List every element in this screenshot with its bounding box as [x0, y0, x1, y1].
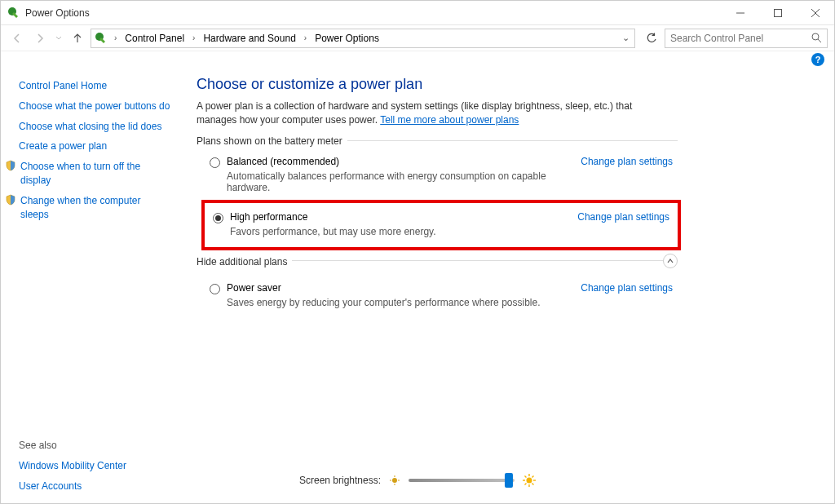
search-box[interactable]	[665, 29, 828, 48]
plan-desc: Automatically balances performance with …	[227, 170, 574, 193]
forward-button[interactable]	[30, 29, 50, 48]
change-plan-settings-link[interactable]: Change plan settings	[577, 211, 669, 223]
collapse-button[interactable]	[663, 254, 678, 268]
svg-point-6	[812, 33, 819, 40]
chevron-right-icon[interactable]: ›	[301, 33, 310, 42]
breadcrumb[interactable]: › Control Panel › Hardware and Sound › P…	[91, 29, 635, 48]
plan-name: High performance	[230, 211, 571, 223]
radio-balanced[interactable]	[210, 157, 220, 168]
shield-icon	[4, 159, 17, 172]
intro-text: A power plan is a collection of hardware…	[197, 99, 669, 127]
chevron-up-icon	[666, 257, 674, 265]
breadcrumb-root-icon[interactable]	[93, 32, 109, 45]
control-panel-home-link[interactable]: Control Panel Home	[19, 76, 170, 96]
plan-name: Power saver	[227, 282, 574, 294]
brightness-label: Screen brightness:	[299, 475, 381, 486]
see-also-header: See also	[19, 436, 170, 456]
radio-power-saver[interactable]	[210, 284, 220, 294]
sidebar-link[interactable]: Create a power plan	[19, 136, 170, 157]
window-title: Power Options	[25, 7, 90, 19]
refresh-button[interactable]	[642, 29, 661, 48]
svg-line-18	[525, 476, 527, 478]
chevron-down-icon[interactable]: ⌄	[619, 33, 633, 43]
svg-line-21	[532, 476, 534, 478]
svg-point-8	[392, 478, 397, 483]
chevron-right-icon[interactable]: ›	[111, 33, 120, 42]
app-icon	[7, 7, 20, 20]
plan-power-saver: Power saver Saves energy by reducing you…	[197, 279, 678, 315]
breadcrumb-item[interactable]: Control Panel	[121, 33, 188, 44]
help-icon[interactable]: ?	[811, 53, 824, 66]
sidebar-link[interactable]: Change when the computer sleeps	[20, 191, 170, 225]
learn-more-link[interactable]: Tell me more about power plans	[380, 114, 519, 126]
see-also-link[interactable]: User Accounts	[19, 476, 170, 497]
see-also-link[interactable]: Windows Mobility Center	[19, 456, 170, 476]
brightness-row: Screen brightness:	[299, 474, 536, 487]
search-icon[interactable]	[811, 33, 822, 43]
change-plan-settings-link[interactable]: Change plan settings	[581, 282, 673, 294]
breadcrumb-item[interactable]: Power Options	[311, 33, 382, 44]
plan-desc: Saves energy by reducing your computer's…	[227, 297, 574, 308]
plan-name: Balanced (recommended)	[227, 156, 574, 167]
group-label: Plans shown on the battery meter	[197, 135, 347, 147]
address-bar: › Control Panel › Hardware and Sound › P…	[1, 25, 834, 51]
plan-high-performance: High performance Favors performance, but…	[201, 200, 681, 250]
minimize-button[interactable]	[722, 1, 759, 25]
sidebar-link[interactable]: Choose when to turn off the display	[20, 157, 170, 191]
svg-line-20	[525, 484, 527, 485]
sun-bright-icon	[523, 474, 536, 487]
sidebar: Control Panel Home Choose what the power…	[1, 68, 180, 503]
plan-balanced: Balanced (recommended) Automatically bal…	[205, 153, 678, 200]
maximize-button[interactable]	[759, 1, 797, 25]
page-heading: Choose or customize a power plan	[197, 76, 818, 93]
slider-thumb[interactable]	[505, 473, 513, 488]
change-plan-settings-link[interactable]: Change plan settings	[581, 156, 673, 167]
svg-line-7	[818, 39, 821, 42]
breadcrumb-item[interactable]: Hardware and Sound	[200, 33, 298, 44]
titlebar: Power Options	[1, 1, 834, 25]
svg-point-13	[527, 478, 532, 484]
plans-group: Plans shown on the battery meter Balance…	[197, 140, 678, 250]
additional-plans-toggle-row: Hide additional plans	[197, 260, 678, 276]
up-button[interactable]	[68, 29, 87, 48]
search-input[interactable]	[670, 33, 801, 44]
shield-icon	[4, 193, 17, 206]
svg-rect-2	[775, 9, 782, 16]
sidebar-link[interactable]: Choose what the power buttons do	[19, 96, 170, 117]
main-content: Choose or customize a power plan A power…	[180, 68, 834, 503]
sun-dim-icon	[389, 475, 400, 486]
sidebar-link[interactable]: Choose what closing the lid does	[19, 117, 170, 137]
plan-desc: Favors performance, but may use more ene…	[230, 226, 571, 237]
brightness-slider[interactable]	[409, 479, 515, 482]
collapse-label: Hide additional plans	[197, 256, 292, 267]
close-button[interactable]	[797, 1, 834, 25]
radio-high-performance[interactable]	[213, 213, 223, 223]
chevron-right-icon[interactable]: ›	[189, 33, 198, 42]
svg-line-19	[532, 484, 534, 485]
recent-dropdown[interactable]	[53, 29, 64, 48]
back-button[interactable]	[7, 29, 27, 48]
